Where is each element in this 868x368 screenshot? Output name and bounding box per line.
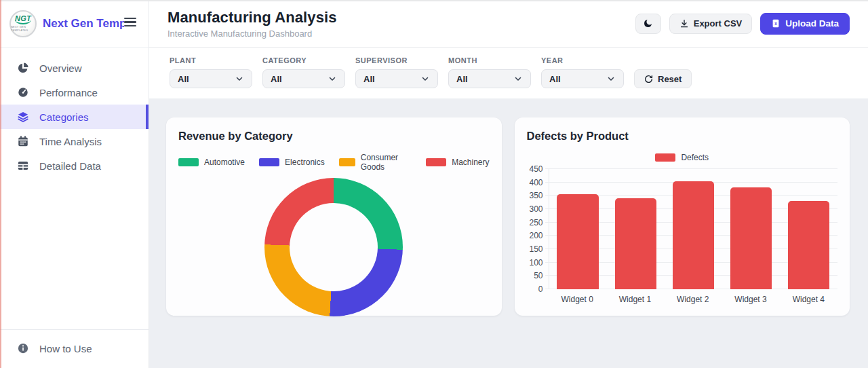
sidebar-item-categories[interactable]: Categories <box>0 105 149 129</box>
category-select[interactable]: All <box>262 69 345 88</box>
reset-label: Reset <box>658 74 682 84</box>
filter-label: MONTH <box>448 56 531 65</box>
bar[interactable] <box>788 201 829 289</box>
filter-label: YEAR <box>541 56 624 65</box>
donut-wrap <box>178 178 490 316</box>
legend-swatch <box>259 158 279 166</box>
select-value: All <box>363 74 375 84</box>
pie-chart-icon <box>17 62 29 74</box>
plant-select[interactable]: All <box>170 69 252 88</box>
y-tick-label: 350 <box>529 191 542 200</box>
window-left-edge <box>0 0 1 368</box>
bar[interactable] <box>615 198 656 289</box>
legend-item[interactable]: Electronics <box>259 153 325 172</box>
sidebar-item-how-to-use[interactable]: How to Use <box>0 337 149 360</box>
bar-xaxis: Widget 0Widget 1Widget 2Widget 3Widget 4 <box>527 295 838 304</box>
chevron-down-icon <box>328 74 337 84</box>
export-csv-button[interactable]: Export CSV <box>669 14 753 34</box>
bar-yaxis: 050100150200250300350400450 <box>527 169 549 289</box>
filter-label: CATEGORY <box>262 56 345 65</box>
refresh-icon <box>644 75 653 84</box>
layers-icon <box>17 111 29 123</box>
page-subtitle: Interactive Manufacturing Dashboard <box>167 29 337 39</box>
sidebar-footer: How to Use <box>0 329 149 368</box>
legend-item[interactable]: Machinery <box>426 153 489 172</box>
reset-filters-button[interactable]: Reset <box>634 69 692 88</box>
window-top-edge <box>0 0 868 1</box>
revenue-donut[interactable] <box>264 178 403 316</box>
table-icon <box>17 160 29 172</box>
header-actions: Export CSV x Upload Data <box>635 13 850 35</box>
legend-item[interactable]: Defects <box>655 153 709 162</box>
sidebar-item-label: Time Analysis <box>39 136 102 147</box>
supervisor-select[interactable]: All <box>355 69 438 88</box>
sidebar-item-overview[interactable]: Overview <box>0 56 149 80</box>
bar-slot <box>780 169 837 289</box>
bar-slot <box>665 169 722 289</box>
legend-label: Electronics <box>285 158 325 167</box>
sidebar-nav: Overview Performance Categories Time Ana… <box>0 48 149 178</box>
y-tick-label: 200 <box>529 231 542 240</box>
page-title: Manufacturing Analysis <box>167 9 337 26</box>
hamburger-icon <box>124 18 136 19</box>
bar[interactable] <box>557 194 598 289</box>
year-select[interactable]: All <box>541 69 624 88</box>
y-tick-label: 250 <box>529 218 542 227</box>
sidebar-item-label: How to Use <box>39 343 92 354</box>
filter-bar: PLANT All CATEGORY All SUPERVISOR All <box>149 48 868 98</box>
select-value: All <box>456 74 468 84</box>
sidebar-item-label: Overview <box>39 62 82 74</box>
select-value: All <box>178 74 189 84</box>
legend-swatch <box>426 158 446 166</box>
legend-item[interactable]: Consumer Goods <box>339 153 412 172</box>
legend-label: Automotive <box>204 158 245 167</box>
chevron-down-icon <box>235 74 244 84</box>
x-tick-label: Widget 3 <box>722 295 779 304</box>
filter-group-plant: PLANT All <box>170 56 252 88</box>
y-tick-label: 100 <box>529 258 542 268</box>
gauge-icon <box>17 86 29 98</box>
bar[interactable] <box>730 187 772 289</box>
page-header: Manufacturing Analysis Interactive Manuf… <box>149 0 868 48</box>
export-csv-label: Export CSV <box>694 18 743 29</box>
sidebar-item-performance[interactable]: Performance <box>0 80 149 105</box>
moon-icon <box>643 18 653 29</box>
legend-label: Machinery <box>452 158 489 167</box>
sidebar-item-time-analysis[interactable]: Time Analysis <box>0 129 149 153</box>
filter-group-month: MONTH All <box>448 56 531 88</box>
card-title: Revenue by Category <box>178 130 490 143</box>
upload-data-button[interactable]: x Upload Data <box>760 13 850 35</box>
legend-label: Defects <box>681 153 709 162</box>
download-icon <box>679 19 689 29</box>
y-tick-label: 400 <box>529 178 542 187</box>
title-block: Manufacturing Analysis Interactive Manuf… <box>167 9 337 39</box>
y-tick-label: 150 <box>529 244 542 254</box>
info-icon <box>17 342 29 354</box>
select-value: All <box>549 74 561 84</box>
filter-label: SUPERVISOR <box>355 56 438 65</box>
brand-name: Next Gen Temp <box>43 17 124 31</box>
select-value: All <box>271 74 282 84</box>
upload-data-label: Upload Data <box>785 18 839 29</box>
defects-legend-swatch <box>655 153 675 162</box>
theme-toggle-button[interactable] <box>635 14 661 34</box>
legend-swatch <box>178 158 199 166</box>
x-tick-label: Widget 1 <box>606 295 664 304</box>
bar-slot <box>722 169 780 289</box>
x-tick-label: Widget 0 <box>549 295 606 304</box>
chevron-down-icon <box>513 74 523 84</box>
legend-label: Consumer Goods <box>361 153 412 172</box>
sidebar-item-detailed-data[interactable]: Detailed Data <box>0 153 149 178</box>
bar[interactable] <box>673 181 714 289</box>
month-select[interactable]: All <box>448 69 531 88</box>
filter-group-category: CATEGORY All <box>262 56 345 88</box>
spreadsheet-file-icon: x <box>771 18 781 29</box>
x-tick-label: Widget 2 <box>664 295 722 304</box>
sidebar-toggle-button[interactable] <box>124 18 136 26</box>
chevron-down-icon <box>606 74 616 84</box>
defects-bar-chart: 050100150200250300350400450 Widget 0Widg… <box>527 169 838 304</box>
legend-item[interactable]: Automotive <box>178 153 245 172</box>
bar-xlabels: Widget 0Widget 1Widget 2Widget 3Widget 4 <box>549 295 838 304</box>
revenue-by-category-card: Revenue by Category AutomotiveElectronic… <box>166 117 502 316</box>
brand-logo: NGT NEXT GEN TEMPLATES <box>9 10 37 37</box>
